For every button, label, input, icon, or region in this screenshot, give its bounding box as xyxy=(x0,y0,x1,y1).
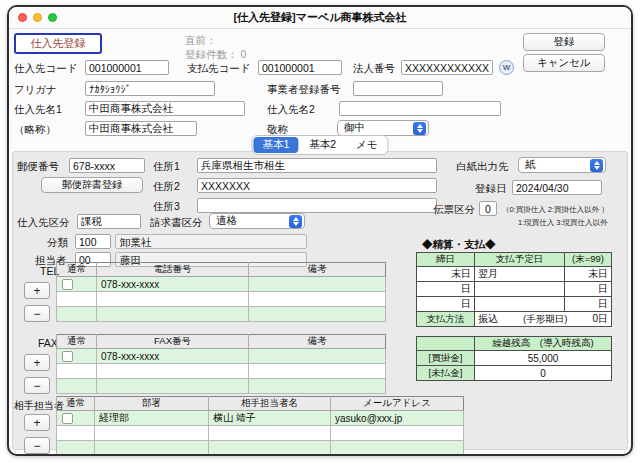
contacts-col-email: メールアドレス xyxy=(331,397,464,411)
tel-remove-button[interactable]: − xyxy=(24,305,50,322)
supplier-name1-input[interactable] xyxy=(85,101,245,116)
corporate-number-input[interactable] xyxy=(401,60,493,75)
payday-cell[interactable]: 翌月 xyxy=(475,267,565,282)
fax-note-cell[interactable] xyxy=(249,349,386,364)
fax-number-cell[interactable]: 078-xxx-xxxx xyxy=(97,349,249,364)
tel-col-number: 電話番号 xyxy=(97,263,249,277)
biz-reg-number-input[interactable] xyxy=(353,81,443,96)
zoom-icon[interactable] xyxy=(48,13,57,22)
address2-input[interactable] xyxy=(197,178,437,193)
tel-number-cell[interactable] xyxy=(97,292,249,307)
contact-dept-cell[interactable] xyxy=(95,441,209,456)
contact-row[interactable]: 経理部 横山 靖子 yasuko@xxx.jp xyxy=(57,411,464,426)
cancel-button[interactable]: キャンセル xyxy=(523,54,605,72)
supplier-code-input[interactable] xyxy=(85,60,169,75)
eom-cell[interactable]: 末日 xyxy=(565,267,612,282)
eom-cell[interactable]: 日 xyxy=(565,297,612,312)
slip-class-input[interactable] xyxy=(479,201,497,216)
payday-cell[interactable] xyxy=(475,297,565,312)
settlement-row[interactable]: 末日 翌月 末日 xyxy=(417,267,612,282)
payment-method-row[interactable]: 支払方法 振込 (手形期日) 0日 xyxy=(417,312,612,327)
contact-dept-cell[interactable] xyxy=(95,426,209,441)
tab-bar: 基本1 基本2 メモ xyxy=(251,135,388,155)
mode-button[interactable]: 仕入先登録 xyxy=(14,33,102,54)
contact-email-cell[interactable]: yasuko@xxx.jp xyxy=(331,411,464,426)
popup-stepper-icon xyxy=(289,215,302,228)
minimize-icon[interactable] xyxy=(33,13,42,22)
tel-row[interactable] xyxy=(57,307,386,322)
tel-note-cell[interactable] xyxy=(249,277,386,292)
contact-name-cell[interactable] xyxy=(209,426,331,441)
furigana-input[interactable] xyxy=(85,81,215,96)
contacts-add-button[interactable]: + xyxy=(24,414,50,431)
fax-number-cell[interactable] xyxy=(97,379,249,394)
bill-due-value: 0日 xyxy=(592,312,608,326)
payment-method-value: 振込 xyxy=(478,312,498,326)
category-code-input[interactable] xyxy=(75,234,111,249)
balance-row[interactable]: [買掛金] 55,000 xyxy=(417,351,612,366)
window-title: [仕入先登録]マーベル商事株式会社 xyxy=(233,10,406,25)
contact-name-cell[interactable]: 横山 靖子 xyxy=(209,411,331,426)
contact-normal-checkbox[interactable] xyxy=(62,413,73,424)
supplier-name2-input[interactable] xyxy=(339,101,501,116)
contact-row[interactable] xyxy=(57,441,464,456)
contact-row[interactable] xyxy=(57,426,464,441)
close-icon[interactable] xyxy=(18,13,27,22)
closing-day-cell[interactable]: 日 xyxy=(417,297,475,312)
tel-normal-checkbox[interactable] xyxy=(62,279,73,290)
tel-number-cell[interactable]: 078-xxx-xxxx xyxy=(97,277,249,292)
fax-row[interactable]: 078-xxx-xxxx xyxy=(57,349,386,364)
fax-remove-button[interactable]: − xyxy=(24,377,50,394)
abbreviation-input[interactable] xyxy=(85,121,197,136)
fax-normal-checkbox[interactable] xyxy=(62,351,73,362)
tab-basic2[interactable]: 基本2 xyxy=(300,137,345,153)
tel-note-cell[interactable] xyxy=(249,292,386,307)
contacts-remove-button[interactable]: − xyxy=(24,437,50,454)
closing-day-cell[interactable]: 末日 xyxy=(417,267,475,282)
settlement-row[interactable]: 日 日 xyxy=(417,297,612,312)
tel-number-cell[interactable] xyxy=(97,307,249,322)
invoice-class-select[interactable]: 適格 xyxy=(209,213,305,229)
contact-email-cell[interactable] xyxy=(331,441,464,456)
address3-input[interactable] xyxy=(197,198,437,213)
accrued-value[interactable]: 0 xyxy=(475,366,612,381)
fax-row[interactable] xyxy=(57,379,386,394)
tel-table: 通常 電話番号 備考 078-xxx-xxxx xyxy=(56,262,386,322)
balance-row[interactable]: [未払金] 0 xyxy=(417,366,612,381)
slip-class-note2: 1:現買仕入 3:現買仕入以外 xyxy=(518,218,608,228)
registration-date-input[interactable] xyxy=(512,180,602,195)
payee-code-input[interactable] xyxy=(258,60,342,75)
fax-add-button[interactable]: + xyxy=(24,354,50,371)
payday-cell[interactable] xyxy=(475,282,565,297)
fax-row[interactable] xyxy=(57,364,386,379)
tel-add-button[interactable]: + xyxy=(24,282,50,299)
supplier-class-input[interactable] xyxy=(77,214,141,229)
basic1-panel: 郵便番号 住所1 郵便辞書登録 住所2 住所3 仕入先区分 請求書区分 適格 分… xyxy=(12,151,628,450)
address1-input[interactable] xyxy=(197,158,437,173)
tel-note-cell[interactable] xyxy=(249,307,386,322)
closing-day-cell[interactable]: 日 xyxy=(417,282,475,297)
record-count-label: 登録件数： 0 xyxy=(185,48,246,62)
tel-row[interactable]: 078-xxx-xxxx xyxy=(57,277,386,292)
contact-dept-cell[interactable]: 経理部 xyxy=(95,411,209,426)
payables-value[interactable]: 55,000 xyxy=(475,351,612,366)
web-lookup-icon[interactable]: W xyxy=(499,60,514,75)
honorific-select[interactable]: 御中 xyxy=(337,120,429,136)
settlement-row[interactable]: 日 日 xyxy=(417,282,612,297)
eom-cell[interactable]: 日 xyxy=(565,282,612,297)
postal-dictionary-button[interactable]: 郵便辞書登録 xyxy=(41,177,143,193)
slip-class-label: 伝票区分 xyxy=(433,203,475,217)
tab-memo[interactable]: メモ xyxy=(347,137,387,153)
postal-code-input[interactable] xyxy=(69,158,145,173)
fax-note-cell[interactable] xyxy=(249,379,386,394)
popup-stepper-icon xyxy=(590,159,603,172)
fax-number-cell[interactable] xyxy=(97,364,249,379)
register-button[interactable]: 登録 xyxy=(523,33,605,51)
fax-note-cell[interactable] xyxy=(249,364,386,379)
blank-output-select[interactable]: 紙 xyxy=(518,157,606,173)
tab-basic1[interactable]: 基本1 xyxy=(253,137,298,153)
payment-method-cell[interactable]: 振込 (手形期日) 0日 xyxy=(475,312,612,327)
contact-name-cell[interactable] xyxy=(209,441,331,456)
contact-email-cell[interactable] xyxy=(331,426,464,441)
tel-row[interactable] xyxy=(57,292,386,307)
